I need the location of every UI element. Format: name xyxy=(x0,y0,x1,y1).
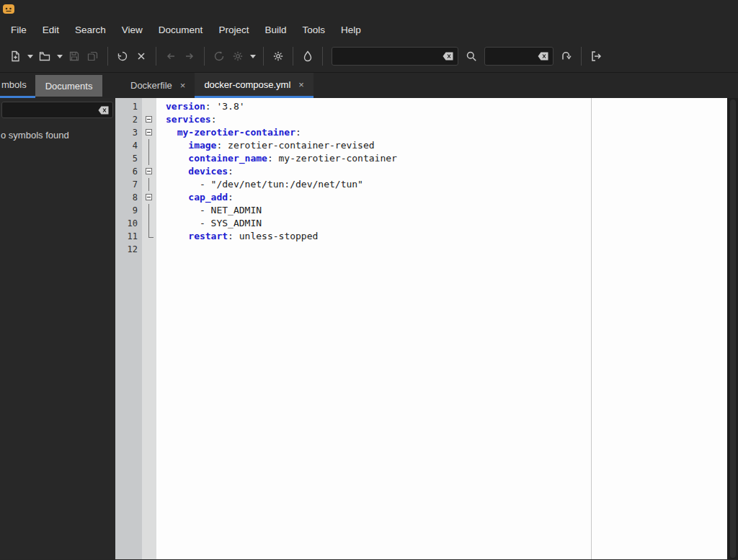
editor-line[interactable]: 3 my-zerotier-container: xyxy=(115,126,727,139)
goto-clear-icon[interactable] xyxy=(538,52,548,61)
new-file-menu-caret-icon xyxy=(27,55,33,58)
line-number[interactable]: 12 xyxy=(115,243,142,256)
save-all-button[interactable] xyxy=(84,46,102,66)
close-document-icon xyxy=(135,50,147,62)
code-text xyxy=(156,243,166,256)
search-entry[interactable] xyxy=(332,47,458,66)
quit-button[interactable] xyxy=(587,46,605,66)
line-number[interactable]: 3 xyxy=(115,126,142,139)
search-clear-icon[interactable] xyxy=(443,52,453,61)
editor-tab-docker-compose[interactable]: docker-compose.yml × xyxy=(195,73,314,98)
menu-item-search[interactable]: Search xyxy=(67,22,114,38)
toolbar-separator xyxy=(293,47,293,66)
sidebar-tab-documents[interactable]: Documents xyxy=(35,75,103,97)
code-text: - SYS_ADMIN xyxy=(156,217,262,230)
editor-tab-dockerfile[interactable]: Dockerfile × xyxy=(121,73,195,98)
editor-line[interactable]: 10 - SYS_ADMIN xyxy=(115,217,727,230)
close-tab-icon[interactable]: × xyxy=(298,80,304,89)
fold-marker xyxy=(142,152,156,165)
line-number[interactable]: 6 xyxy=(115,165,142,178)
filter-clear-icon[interactable] xyxy=(98,106,109,115)
toolbar-separator xyxy=(581,47,582,66)
quit-icon xyxy=(590,50,602,62)
editor-tabs: Dockerfile × docker-compose.yml × xyxy=(121,73,314,98)
save-button[interactable] xyxy=(65,46,84,66)
editor-line[interactable]: 1version: '3.8' xyxy=(115,100,727,113)
symbols-filter-input[interactable] xyxy=(6,105,98,116)
toolbar-separator xyxy=(263,47,264,66)
symbols-filter-entry[interactable] xyxy=(1,102,113,118)
toolbar-separator xyxy=(322,47,323,66)
editor-view[interactable]: 1version: '3.8'2services:3 my-zerotier-c… xyxy=(115,98,727,559)
menu-item-edit[interactable]: Edit xyxy=(35,22,67,38)
line-number[interactable]: 4 xyxy=(115,139,142,152)
code-text: version: '3.8' xyxy=(156,100,245,113)
build-menu-button[interactable] xyxy=(247,46,258,66)
editor-line[interactable]: 5 container_name: my-zerotier-container xyxy=(115,152,727,165)
editor-line[interactable]: 9 - NET_ADMIN xyxy=(115,204,727,217)
code-text: image: zerotier-container-revised xyxy=(156,139,375,152)
goto-line-entry[interactable] xyxy=(484,47,554,66)
new-file-button[interactable] xyxy=(6,46,25,66)
fold-marker xyxy=(142,139,156,152)
menu-item-build[interactable]: Build xyxy=(257,22,294,38)
line-number[interactable]: 7 xyxy=(115,178,142,191)
sidebar-tab-symbols[interactable]: mbols xyxy=(0,73,35,98)
fold-toggle-icon[interactable] xyxy=(142,191,156,204)
open-file-button[interactable] xyxy=(35,46,54,66)
editor-line[interactable]: 11 restart: unless-stopped xyxy=(115,230,727,243)
forward-button[interactable] xyxy=(180,46,199,66)
open-file-menu-caret-icon xyxy=(57,55,63,58)
editor-line[interactable]: 4 image: zerotier-container-revised xyxy=(115,139,727,152)
close-tab-icon[interactable]: × xyxy=(180,81,186,90)
back-button[interactable] xyxy=(161,46,180,66)
menu-item-project[interactable]: Project xyxy=(210,22,257,38)
geany-window: File Edit Search View Document Project B… xyxy=(0,0,738,560)
toolbar-separator xyxy=(204,47,205,66)
line-number[interactable]: 10 xyxy=(115,217,142,230)
goto-line-input[interactable] xyxy=(489,50,538,63)
fold-toggle-icon[interactable] xyxy=(142,113,156,126)
menu-item-document[interactable]: Document xyxy=(151,22,211,38)
code-text: my-zerotier-container: xyxy=(156,126,301,139)
search-input[interactable] xyxy=(337,50,443,63)
goto-line-button[interactable] xyxy=(557,46,576,66)
execute-icon xyxy=(272,50,284,62)
menu-item-view[interactable]: View xyxy=(114,22,151,38)
close-document-button[interactable] xyxy=(132,46,151,66)
menu-item-file[interactable]: File xyxy=(3,22,35,38)
menu-item-help[interactable]: Help xyxy=(333,22,369,38)
sidebar-tabs: mbols Documents xyxy=(0,73,115,98)
color-chooser-button[interactable] xyxy=(298,46,317,66)
editor-line[interactable]: 6 devices: xyxy=(115,165,727,178)
geany-app-icon xyxy=(2,3,15,16)
line-number[interactable]: 5 xyxy=(115,152,142,165)
editor-line[interactable]: 8 cap_add: xyxy=(115,191,727,204)
revert-button[interactable] xyxy=(113,46,132,66)
fold-toggle-icon[interactable] xyxy=(142,126,156,139)
line-number[interactable]: 8 xyxy=(115,191,142,204)
menu-item-tools[interactable]: Tools xyxy=(294,22,333,38)
search-button[interactable] xyxy=(462,46,481,66)
toolbar xyxy=(0,40,738,73)
fold-toggle-icon[interactable] xyxy=(142,165,156,178)
open-file-menu-button[interactable] xyxy=(54,46,65,66)
new-file-menu-button[interactable] xyxy=(25,46,35,66)
line-number[interactable]: 1 xyxy=(115,100,142,113)
code-text: - NET_ADMIN xyxy=(156,204,262,217)
editor-line[interactable]: 2services: xyxy=(115,113,727,126)
editor-line[interactable]: 12 xyxy=(115,243,727,256)
compile-button[interactable] xyxy=(210,46,228,66)
main-content: o symbols found 1version: '3.8'2services… xyxy=(0,98,738,559)
build-button[interactable] xyxy=(228,46,247,66)
execute-button[interactable] xyxy=(269,46,288,66)
symbols-message: o symbols found xyxy=(0,130,115,141)
line-number[interactable]: 9 xyxy=(115,204,142,217)
scrollbar-thumb[interactable] xyxy=(730,99,736,558)
line-number[interactable]: 11 xyxy=(115,230,142,243)
code-text: - "/dev/net/tun:/dev/net/tun" xyxy=(156,178,363,191)
vertical-scrollbar[interactable] xyxy=(727,98,738,559)
line-number[interactable]: 2 xyxy=(115,113,142,126)
fold-marker xyxy=(142,178,156,191)
editor-line[interactable]: 7 - "/dev/net/tun:/dev/net/tun" xyxy=(115,178,727,191)
